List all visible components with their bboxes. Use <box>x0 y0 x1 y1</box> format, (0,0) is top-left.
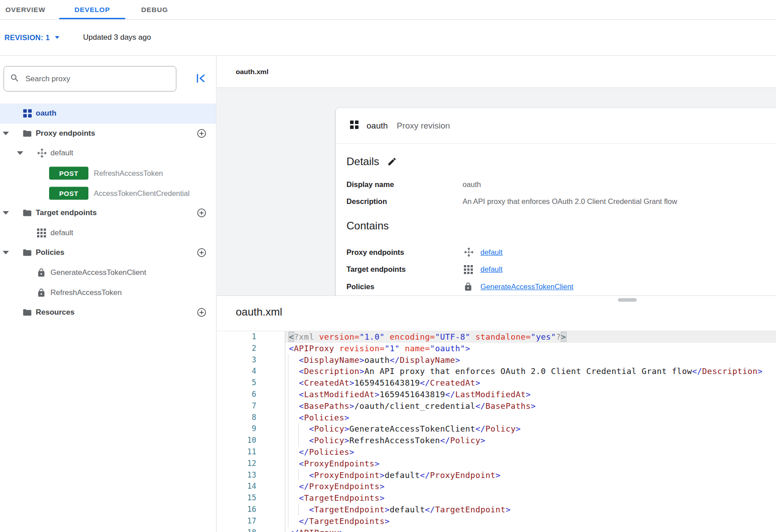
code-line[interactable]: <TargetEndpoints> <box>285 492 776 504</box>
revision-bar: REVISION: 1 Updated 3 days ago <box>0 20 776 56</box>
add-resources-button[interactable] <box>196 308 207 318</box>
code-line[interactable]: <ProxyEndpoint>default</ProxyEndpoint> <box>285 470 776 481</box>
code-line[interactable]: <?xml version="1.0" encoding="UTF-8" sta… <box>285 331 776 343</box>
tab-bar: OVERVIEWDEVELOPDEBUG <box>0 0 776 20</box>
expand-triangle-icon[interactable] <box>17 151 23 155</box>
field-row-description: DescriptionAn API proxy that enforces OA… <box>346 193 771 210</box>
edit-pencil-icon[interactable] <box>387 157 397 166</box>
indent-guide <box>288 400 288 412</box>
expand-triangle-icon[interactable] <box>3 211 9 215</box>
tree-item-proxy-endpoints[interactable]: Proxy endpoints <box>0 124 216 144</box>
contains-link-generateaccesstokenclient[interactable]: GenerateAccessTokenClient <box>480 283 573 291</box>
tree-item-label: GenerateAccessTokenClient <box>50 268 146 277</box>
line-number: 16 <box>217 504 285 515</box>
indent-guide <box>298 504 299 515</box>
line-number: 11 <box>217 446 285 458</box>
line-number: 18 <box>217 527 285 532</box>
add-policies-button[interactable] <box>196 248 207 258</box>
proxy-tree-sidebar: oauthProxy endpointsdefaultPOSTRefreshAc… <box>0 56 217 532</box>
line-number: 8 <box>217 412 285 424</box>
code-line[interactable]: </APIProxy> <box>285 527 776 532</box>
card-body: Details Display nameoauthDescriptionAn A… <box>336 144 776 295</box>
card-subtitle: Proxy revision <box>397 121 450 131</box>
contains-label: Policies <box>346 283 463 291</box>
revision-label: REVISION: 1 <box>4 33 50 42</box>
code-line[interactable]: <Description>An API proxy that enforces … <box>285 366 776 377</box>
folder-icon <box>22 308 32 317</box>
code-row: 12 <ProxyEndpoints> <box>217 458 776 470</box>
tree-item-default[interactable]: default <box>0 143 216 163</box>
revision-selector[interactable]: REVISION: 1 <box>4 20 59 55</box>
code-row: 16 <TargetEndpoint>default</TargetEndpoi… <box>217 504 776 515</box>
code-line[interactable]: <BasePaths>/oauth/client_credential</Bas… <box>285 400 776 412</box>
tab-overview[interactable]: OVERVIEW <box>0 0 59 19</box>
indent-guide <box>288 412 288 424</box>
indent-guide <box>288 481 288 492</box>
code-line[interactable]: <Policy>RefreshAccessToken</Policy> <box>285 435 776 446</box>
code-line[interactable]: <DisplayName>oauth</DisplayName> <box>285 354 776 366</box>
tree-item-generateaccesstokenclient[interactable]: GenerateAccessTokenClient <box>0 263 216 283</box>
code-line[interactable]: <CreatedAt>1659451643819</CreatedAt> <box>285 377 776 389</box>
folder-icon <box>22 129 32 138</box>
code-line[interactable]: </Policies> <box>285 446 776 458</box>
details-fields: Display nameoauthDescriptionAn API proxy… <box>346 176 771 210</box>
line-number: 14 <box>217 481 285 492</box>
tree-item-target-endpoints[interactable]: Target endpoints <box>0 203 216 223</box>
code-line[interactable]: <LastModifiedAt>1659451643819</LastModif… <box>285 389 776 400</box>
line-number: 1 <box>217 331 285 343</box>
contains-label: Proxy endpoints <box>346 248 463 257</box>
contains-row-policies: PoliciesGenerateAccessTokenClient <box>346 278 771 295</box>
tree-item-label: Target endpoints <box>36 208 97 217</box>
code-line[interactable]: <Policies> <box>285 412 776 424</box>
tree-item-default[interactable]: default <box>0 223 216 243</box>
code-row: 14 </ProxyEndpoints> <box>217 481 776 492</box>
code-row: 15 <TargetEndpoints> <box>217 492 776 504</box>
code-row: 13 <ProxyEndpoint>default</ProxyEndpoint… <box>217 470 776 481</box>
folder-icon <box>22 208 32 218</box>
add-proxy-endpoints-button[interactable] <box>196 128 207 138</box>
method-badge: POST <box>49 187 88 200</box>
add-target-endpoints-button[interactable] <box>196 208 207 218</box>
file-header-title: oauth.xml <box>236 68 268 76</box>
method-badge: POST <box>49 167 88 180</box>
code-line[interactable]: </TargetEndpoints> <box>285 515 776 527</box>
expand-triangle-icon[interactable] <box>3 251 9 254</box>
contains-link-default[interactable]: default <box>480 248 503 257</box>
tree-item-refreshaccesstoken[interactable]: RefreshAccessToken <box>0 283 216 303</box>
tree-item-policies[interactable]: Policies <box>0 243 216 263</box>
contains-link-default[interactable]: default <box>480 265 503 274</box>
tree-item-refreshaccesstoken[interactable]: POSTRefreshAccessToken <box>0 163 216 183</box>
code-pane: oauth.xml 1<?xml version="1.0" encoding=… <box>217 295 776 532</box>
expand-triangle-icon[interactable] <box>3 132 9 135</box>
policy-lock-icon <box>37 288 46 297</box>
pane-resize-handle[interactable] <box>618 298 637 302</box>
search-proxy-input[interactable] <box>4 66 176 91</box>
tree-item-accesstokenclientcredential[interactable]: POSTAccessTokenClientCredential <box>0 183 216 203</box>
tree-item-label: default <box>50 149 73 158</box>
tree-item-resources[interactable]: Resources <box>0 303 216 323</box>
field-value: An API proxy that enforces OAuth 2.0 Cli… <box>463 197 677 206</box>
tab-develop[interactable]: DEVELOP <box>59 0 126 19</box>
tree-item-label: Resources <box>36 308 75 317</box>
contains-label: Target endpoints <box>346 265 463 274</box>
code-line[interactable]: <Policy>GenerateAccessTokenClient</Polic… <box>285 423 776 435</box>
field-value: oauth <box>463 180 481 189</box>
search-icon <box>10 73 20 85</box>
tab-debug[interactable]: DEBUG <box>125 0 184 19</box>
line-number: 10 <box>217 435 285 446</box>
tree-item-label: Policies <box>36 248 64 257</box>
tree-item-oauth[interactable]: oauth <box>0 104 216 124</box>
code-row: 9 <Policy>GenerateAccessTokenClient</Pol… <box>217 423 776 435</box>
code-line[interactable]: <APIProxy revision="1" name="oauth"> <box>285 343 776 354</box>
card-header: oauth Proxy revision <box>336 108 776 144</box>
field-row-display-name: Display nameoauth <box>346 176 771 193</box>
collapse-panel-icon[interactable] <box>195 72 207 86</box>
code-line[interactable]: <TargetEndpoint>default</TargetEndpoint> <box>285 504 776 515</box>
xml-code-editor[interactable]: 1<?xml version="1.0" encoding="UTF-8" st… <box>217 331 776 532</box>
main-panel: oauth.xml oauth Proxy revision Details D… <box>217 56 776 532</box>
code-line[interactable]: </ProxyEndpoints> <box>285 481 776 492</box>
indent-guide <box>288 435 288 446</box>
contains-row-target-endpoints: Target endpointsdefault <box>346 261 771 278</box>
code-line[interactable]: <ProxyEndpoints> <box>285 458 776 470</box>
indent-guide <box>288 504 288 515</box>
